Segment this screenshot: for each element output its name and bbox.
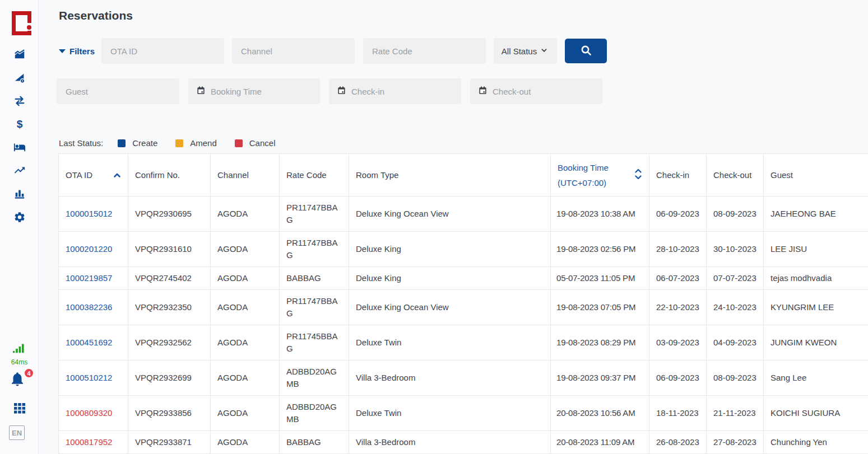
check-in-cell: 06-07-2023 — [649, 267, 707, 290]
check-out-cell: 27-08-2023 — [707, 431, 764, 454]
table-row: 1000809320 VPQR2933856 AGODA ADBBD20AGMB… — [59, 396, 868, 431]
room-type-cell: Villa 3-Bedroom — [349, 431, 551, 454]
signal-bars-icon — [12, 347, 27, 357]
status-dropdown[interactable]: All Status — [494, 38, 557, 64]
check-in-cell: 03-09-2023 — [649, 325, 707, 361]
page-title: Reservations — [59, 9, 133, 22]
rate-code-cell: ADBBD20AGMB — [280, 396, 349, 431]
check-out-cell: 07-07-2023 — [707, 267, 764, 290]
check-out-cell: 08-09-2023 — [707, 196, 764, 232]
sidebar-item-settings[interactable] — [0, 211, 39, 223]
legend-item-cancel: Cancel — [235, 138, 276, 148]
sidebar-item-rate-settings[interactable] — [0, 72, 39, 84]
search-button[interactable] — [565, 39, 607, 63]
confirm-no-cell: VPQR2932350 — [128, 290, 211, 325]
sidebar-item-dashboard[interactable] — [0, 48, 39, 60]
check-out-placeholder: Check-out — [493, 87, 531, 96]
ota-id-link[interactable]: 1000510212 — [66, 373, 112, 382]
sidebar-item-reports[interactable] — [0, 188, 39, 200]
booking-time-cell: 20-08-2023 11:09 AM — [551, 431, 649, 454]
ota-id-input[interactable] — [101, 38, 224, 64]
apps-grid-icon — [13, 401, 26, 414]
room-type-cell: Deluxe Twin — [349, 325, 551, 361]
check-in-cell: 06-09-2023 — [649, 361, 707, 396]
table-row: 1000015012 VPQR2930695 AGODA PR11747BBAG… — [59, 196, 868, 232]
sort-both-icon — [634, 167, 642, 182]
ota-id-link[interactable]: 1000219857 — [66, 273, 112, 283]
channel-cell: AGODA — [211, 431, 280, 454]
col-header-booking-time[interactable]: Booking Time (UTC+07:00) — [551, 154, 649, 196]
rate-code-cell: ADBBD20AGMB — [280, 361, 349, 396]
channel-cell: AGODA — [211, 396, 280, 431]
check-out-cell: 24-10-2023 — [707, 290, 764, 325]
guest-input[interactable] — [57, 78, 179, 104]
col-header-check-in: Check-in — [649, 154, 707, 196]
confirm-no-cell: VPQR2933856 — [128, 396, 211, 431]
apps-menu-button[interactable] — [0, 401, 39, 414]
rate-code-input[interactable] — [363, 38, 486, 64]
room-type-cell: Deluxe King Ocean View — [349, 290, 551, 325]
guest-cell: tejas modhvadia — [764, 267, 868, 290]
guest-cell: Chunching Yen — [764, 431, 868, 454]
check-out-picker[interactable]: Check-out — [470, 78, 602, 104]
table-row: 1000382236 VPQR2932350 AGODA PR11747BBAG… — [59, 290, 868, 325]
check-in-cell: 06-09-2023 — [649, 196, 707, 232]
room-type-cell: Deluxe King — [349, 232, 551, 267]
caret-down-icon — [59, 49, 66, 53]
ota-id-link[interactable]: 1000015012 — [66, 209, 112, 218]
gear-icon — [13, 211, 26, 223]
ota-id-link[interactable]: 1000201220 — [66, 244, 112, 254]
calendar-icon — [337, 86, 346, 97]
reservations-tbody: 1000015012 VPQR2930695 AGODA PR11747BBAG… — [59, 196, 868, 454]
col-header-confirm-no: Confirm No. — [128, 154, 211, 196]
app-logo[interactable] — [12, 11, 31, 35]
svg-text:$: $ — [16, 118, 22, 130]
check-in-picker[interactable]: Check-in — [329, 78, 461, 104]
status-legend: Last Status: Create Amend Cancel — [59, 138, 293, 148]
bell-icon — [9, 380, 26, 389]
channel-cell: AGODA — [211, 361, 280, 396]
booking-time-picker[interactable]: Booking Time — [188, 78, 320, 104]
sidebar-item-performance[interactable] — [0, 164, 39, 176]
filters-toggle[interactable]: Filters — [59, 46, 95, 56]
area-chart-icon — [13, 48, 26, 60]
booking-time-placeholder: Booking Time — [211, 87, 262, 96]
notification-count-badge: 4 — [24, 368, 34, 378]
ota-id-link[interactable]: 1000382236 — [66, 302, 112, 312]
confirm-no-cell: VPQR2932562 — [128, 325, 211, 361]
booking-time-cell: 20-08-2023 10:56 AM — [551, 396, 649, 431]
ota-id-link[interactable]: 1000451692 — [66, 338, 112, 347]
room-type-cell: Deluxe Twin — [349, 396, 551, 431]
calendar-icon — [478, 86, 488, 97]
room-type-cell: Villa 3-Bedroom — [349, 361, 551, 396]
booking-time-cell: 19-08-2023 08:29 PM — [551, 325, 649, 361]
sidebar-item-rooms[interactable] — [0, 141, 39, 153]
check-in-cell: 22-10-2023 — [649, 290, 707, 325]
notifications-button[interactable]: 4 — [9, 371, 31, 390]
channel-cell: AGODA — [211, 325, 280, 361]
swap-arrows-icon — [13, 95, 26, 107]
check-out-cell: 04-09-2023 — [707, 325, 764, 361]
sidebar-item-payments[interactable]: $ — [0, 118, 39, 130]
legend-item-create: Create — [118, 138, 157, 148]
sidebar-item-transfers[interactable] — [0, 95, 39, 107]
col-header-ota-id[interactable]: OTA ID — [59, 154, 128, 196]
ota-id-link[interactable]: 1000817952 — [66, 437, 112, 447]
confirm-no-cell: VPQR2931610 — [128, 232, 211, 267]
chevron-down-icon — [539, 45, 549, 57]
legend-item-amend: Amend — [175, 138, 217, 148]
check-in-cell: 18-11-2023 — [649, 396, 707, 431]
language-selector[interactable]: EN — [9, 425, 25, 440]
check-in-placeholder: Check-in — [351, 87, 384, 96]
guest-cell: JAEHEONG BAE — [764, 196, 868, 232]
guest-cell: KOICHI SUGIURA — [764, 396, 868, 431]
booking-time-cell: 05-07-2023 11:05 PM — [551, 267, 649, 290]
check-in-cell: 26-08-2023 — [649, 431, 707, 454]
check-out-cell: 21-11-2023 — [707, 396, 764, 431]
rate-code-cell: BABBAG — [280, 267, 349, 290]
bar-chart-icon — [13, 188, 26, 200]
col-header-rate-code: Rate Code — [280, 154, 349, 196]
channel-input[interactable] — [232, 38, 355, 64]
check-out-cell: 08-09-2023 — [707, 361, 764, 396]
ota-id-link[interactable]: 1000809320 — [66, 408, 112, 418]
